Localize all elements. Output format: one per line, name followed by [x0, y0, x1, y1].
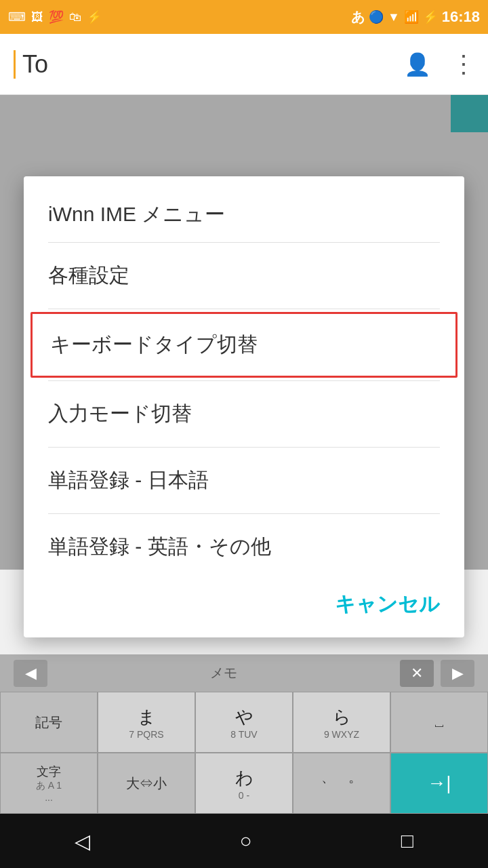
dialog-title: iWnn IME メニュー	[24, 176, 464, 242]
battery-icon: ⚡	[423, 9, 438, 24]
navigation-bar: ◁ ○ □	[0, 814, 488, 868]
cancel-button[interactable]: キャンセル	[335, 591, 440, 618]
bluetooth-icon: 🔵	[369, 9, 384, 24]
usb-status-icon: ⚡	[87, 9, 102, 24]
key-ra[interactable]: ら 9 WXYZ	[293, 692, 390, 753]
wifi-icon: ▼	[388, 10, 400, 24]
key-punct[interactable]: 、 。	[293, 753, 390, 814]
x-close-btn[interactable]: ✕	[400, 660, 434, 687]
menu-item-keyboard-switch[interactable]: キーボードタイプ切替	[33, 314, 455, 376]
recent-button[interactable]: □	[401, 829, 413, 852]
left-arrow-btn[interactable]: ◀	[14, 660, 47, 687]
to-field[interactable]: To	[14, 50, 404, 79]
app-bar-actions: 👤 ⋮	[404, 50, 474, 79]
keyboard-status-icon: ⌨	[8, 9, 26, 24]
profile-icon[interactable]: 👤	[404, 52, 431, 77]
home-button[interactable]: ○	[239, 829, 251, 852]
signal-icon: 📶	[404, 9, 419, 24]
badge-status-icon: 💯	[49, 9, 64, 24]
key-enter[interactable]: →|	[390, 753, 488, 814]
app-bar: To 👤 ⋮	[0, 34, 488, 95]
status-left-icons: ⌨ 🖼 💯 🛍 ⚡	[8, 9, 102, 24]
keyboard-row-1: 記号 ま 7 PQRS や 8 TUV ら 9 WXYZ ⎵	[0, 692, 488, 753]
back-button[interactable]: ◁	[75, 829, 90, 853]
photo-status-icon: 🖼	[31, 10, 43, 24]
keyboard-row-2: 文字 あ A 1 ... 大⇔小 わ 0 - 、 。 →|	[0, 753, 488, 814]
menu-item-word-reg-en[interactable]: 単語登録 - 英語・その他	[24, 514, 464, 580]
ime-menu-dialog: iWnn IME メニュー 各種設定 キーボードタイプ切替 入力モード切替 単語…	[24, 176, 464, 637]
keyboard-nav-row: ◀ メモ ✕ ▶	[0, 654, 488, 692]
divider-2	[48, 309, 440, 309]
key-case[interactable]: 大⇔小	[98, 753, 195, 814]
menu-item-input-mode[interactable]: 入力モード切替	[24, 381, 464, 447]
status-time: 16:18	[442, 8, 480, 26]
menu-item-settings[interactable]: 各種設定	[24, 243, 464, 309]
key-moji[interactable]: 文字 あ A 1 ...	[0, 753, 98, 814]
status-bar: ⌨ 🖼 💯 🛍 ⚡ あ 🔵 ▼ 📶 ⚡ 16:18	[0, 0, 488, 34]
more-options-icon[interactable]: ⋮	[451, 50, 474, 79]
shop-status-icon: 🛍	[69, 10, 81, 24]
right-arrow-btn[interactable]: ▶	[441, 660, 474, 687]
ime-icon: あ	[351, 8, 365, 26]
key-ma[interactable]: ま 7 PQRS	[98, 692, 195, 753]
key-wa[interactable]: わ 0 -	[195, 753, 293, 814]
key-ya[interactable]: や 8 TUV	[195, 692, 293, 753]
keyboard-label: メモ	[210, 664, 237, 682]
status-right-icons: あ 🔵 ▼ 📶 ⚡ 16:18	[351, 8, 480, 26]
menu-item-word-reg-jp[interactable]: 単語登録 - 日本語	[24, 448, 464, 513]
dialog-overlay: iWnn IME メニュー 各種設定 キーボードタイプ切替 入力モード切替 単語…	[0, 95, 488, 570]
key-space[interactable]: ⎵	[390, 692, 488, 753]
dialog-cancel-row: キャンセル	[24, 580, 464, 637]
key-symbols[interactable]: 記号	[0, 692, 98, 753]
